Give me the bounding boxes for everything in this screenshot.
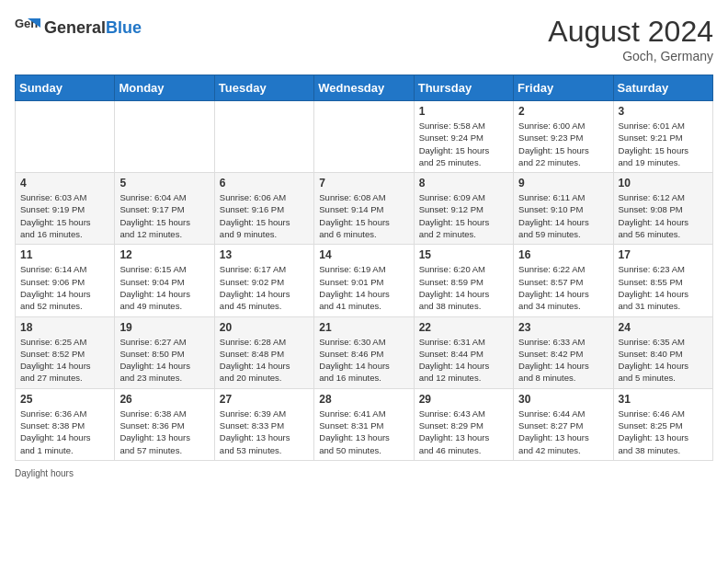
day-number: 15 bbox=[419, 248, 508, 261]
calendar-cell: 18Sunrise: 6:25 AM Sunset: 8:52 PM Dayli… bbox=[16, 316, 115, 388]
day-header-friday: Friday bbox=[514, 75, 613, 101]
day-info: Sunrise: 6:09 AM Sunset: 9:12 PM Dayligh… bbox=[419, 191, 508, 240]
calendar-table: SundayMondayTuesdayWednesdayThursdayFrid… bbox=[15, 75, 713, 461]
calendar-cell: 28Sunrise: 6:41 AM Sunset: 8:31 PM Dayli… bbox=[314, 388, 414, 460]
day-number: 31 bbox=[619, 393, 708, 406]
page-header: Gen GeneralBlue August 2024 Goch, German… bbox=[15, 15, 713, 63]
calendar-cell: 26Sunrise: 6:38 AM Sunset: 8:36 PM Dayli… bbox=[115, 388, 214, 460]
calendar-cell: 11Sunrise: 6:14 AM Sunset: 9:06 PM Dayli… bbox=[16, 245, 115, 316]
calendar-cell: 10Sunrise: 6:12 AM Sunset: 9:08 PM Dayli… bbox=[613, 173, 712, 245]
calendar-cell: 27Sunrise: 6:39 AM Sunset: 8:33 PM Dayli… bbox=[214, 388, 313, 460]
day-number: 16 bbox=[518, 248, 608, 261]
logo-blue: Blue bbox=[106, 18, 142, 37]
calendar-cell: 3Sunrise: 6:01 AM Sunset: 9:21 PM Daylig… bbox=[613, 101, 712, 173]
calendar-cell: 23Sunrise: 6:33 AM Sunset: 8:42 PM Dayli… bbox=[514, 316, 613, 388]
day-info: Sunrise: 6:12 AM Sunset: 9:08 PM Dayligh… bbox=[619, 191, 708, 240]
logo: Gen GeneralBlue bbox=[15, 15, 142, 40]
day-number: 30 bbox=[518, 393, 608, 406]
calendar-cell: 7Sunrise: 6:08 AM Sunset: 9:14 PM Daylig… bbox=[314, 173, 414, 245]
day-number: 29 bbox=[419, 393, 508, 406]
day-info: Sunrise: 6:03 AM Sunset: 9:19 PM Dayligh… bbox=[20, 191, 109, 240]
day-number: 8 bbox=[419, 177, 508, 190]
day-info: Sunrise: 6:27 AM Sunset: 8:50 PM Dayligh… bbox=[119, 336, 209, 385]
day-info: Sunrise: 6:23 AM Sunset: 8:55 PM Dayligh… bbox=[619, 263, 708, 312]
daylight-label: Daylight hours bbox=[15, 468, 74, 478]
day-info: Sunrise: 6:00 AM Sunset: 9:23 PM Dayligh… bbox=[518, 120, 608, 168]
calendar-cell: 22Sunrise: 6:31 AM Sunset: 8:44 PM Dayli… bbox=[414, 316, 513, 388]
day-info: Sunrise: 6:35 AM Sunset: 8:40 PM Dayligh… bbox=[619, 336, 708, 385]
calendar-cell: 13Sunrise: 6:17 AM Sunset: 9:02 PM Dayli… bbox=[214, 245, 313, 316]
logo-icon: Gen bbox=[15, 15, 40, 40]
calendar-week-row: 25Sunrise: 6:36 AM Sunset: 8:38 PM Dayli… bbox=[16, 388, 713, 460]
day-number: 5 bbox=[119, 177, 209, 190]
calendar-cell: 24Sunrise: 6:35 AM Sunset: 8:40 PM Dayli… bbox=[613, 316, 712, 388]
day-header-wednesday: Wednesday bbox=[314, 75, 414, 101]
day-number: 12 bbox=[119, 248, 209, 261]
day-number: 7 bbox=[319, 177, 408, 190]
calendar-cell: 14Sunrise: 6:19 AM Sunset: 9:01 PM Dayli… bbox=[314, 245, 414, 316]
day-header-saturday: Saturday bbox=[613, 75, 712, 101]
day-header-thursday: Thursday bbox=[414, 75, 513, 101]
day-info: Sunrise: 6:11 AM Sunset: 9:10 PM Dayligh… bbox=[518, 191, 608, 240]
day-info: Sunrise: 6:01 AM Sunset: 9:21 PM Dayligh… bbox=[619, 120, 708, 168]
day-info: Sunrise: 6:06 AM Sunset: 9:16 PM Dayligh… bbox=[220, 191, 309, 240]
calendar-cell: 19Sunrise: 6:27 AM Sunset: 8:50 PM Dayli… bbox=[115, 316, 214, 388]
footer: Daylight hours bbox=[15, 468, 713, 478]
day-info: Sunrise: 6:15 AM Sunset: 9:04 PM Dayligh… bbox=[119, 263, 209, 312]
day-info: Sunrise: 6:36 AM Sunset: 8:38 PM Dayligh… bbox=[20, 408, 109, 456]
day-number: 25 bbox=[20, 393, 109, 406]
day-number: 22 bbox=[419, 321, 508, 334]
calendar-cell: 6Sunrise: 6:06 AM Sunset: 9:16 PM Daylig… bbox=[214, 173, 313, 245]
day-info: Sunrise: 6:30 AM Sunset: 8:46 PM Dayligh… bbox=[319, 336, 408, 385]
day-number: 14 bbox=[319, 248, 408, 261]
day-info: Sunrise: 6:39 AM Sunset: 8:33 PM Dayligh… bbox=[220, 408, 309, 456]
day-info: Sunrise: 6:43 AM Sunset: 8:29 PM Dayligh… bbox=[419, 408, 508, 456]
day-info: Sunrise: 6:33 AM Sunset: 8:42 PM Dayligh… bbox=[518, 336, 608, 385]
calendar-header-row: SundayMondayTuesdayWednesdayThursdayFrid… bbox=[16, 75, 713, 101]
day-info: Sunrise: 6:04 AM Sunset: 9:17 PM Dayligh… bbox=[119, 191, 209, 240]
day-info: Sunrise: 6:19 AM Sunset: 9:01 PM Dayligh… bbox=[319, 263, 408, 312]
day-number: 1 bbox=[419, 105, 508, 118]
day-number: 4 bbox=[20, 177, 109, 190]
calendar-cell: 25Sunrise: 6:36 AM Sunset: 8:38 PM Dayli… bbox=[16, 388, 115, 460]
day-header-tuesday: Tuesday bbox=[214, 75, 313, 101]
calendar-cell: 8Sunrise: 6:09 AM Sunset: 9:12 PM Daylig… bbox=[414, 173, 513, 245]
location: Goch, Germany bbox=[548, 49, 713, 63]
day-info: Sunrise: 6:14 AM Sunset: 9:06 PM Dayligh… bbox=[20, 263, 109, 312]
day-number: 10 bbox=[619, 177, 708, 190]
day-info: Sunrise: 6:44 AM Sunset: 8:27 PM Dayligh… bbox=[518, 408, 608, 456]
day-header-sunday: Sunday bbox=[16, 75, 115, 101]
day-info: Sunrise: 6:46 AM Sunset: 8:25 PM Dayligh… bbox=[619, 408, 708, 456]
day-number: 2 bbox=[518, 105, 608, 118]
day-info: Sunrise: 6:41 AM Sunset: 8:31 PM Dayligh… bbox=[319, 408, 408, 456]
day-info: Sunrise: 6:20 AM Sunset: 8:59 PM Dayligh… bbox=[419, 263, 508, 312]
calendar-cell: 17Sunrise: 6:23 AM Sunset: 8:55 PM Dayli… bbox=[613, 245, 712, 316]
calendar-cell: 29Sunrise: 6:43 AM Sunset: 8:29 PM Dayli… bbox=[414, 388, 513, 460]
day-number: 18 bbox=[20, 321, 109, 334]
calendar-cell: 21Sunrise: 6:30 AM Sunset: 8:46 PM Dayli… bbox=[314, 316, 414, 388]
day-info: Sunrise: 5:58 AM Sunset: 9:24 PM Dayligh… bbox=[419, 120, 508, 168]
calendar-week-row: 11Sunrise: 6:14 AM Sunset: 9:06 PM Dayli… bbox=[16, 245, 713, 316]
calendar-cell: 4Sunrise: 6:03 AM Sunset: 9:19 PM Daylig… bbox=[16, 173, 115, 245]
day-number: 23 bbox=[518, 321, 608, 334]
day-number: 20 bbox=[220, 321, 309, 334]
calendar-cell: 5Sunrise: 6:04 AM Sunset: 9:17 PM Daylig… bbox=[115, 173, 214, 245]
day-number: 26 bbox=[119, 393, 209, 406]
title-block: August 2024 Goch, Germany bbox=[548, 15, 713, 63]
calendar-cell: 1Sunrise: 5:58 AM Sunset: 9:24 PM Daylig… bbox=[414, 101, 513, 173]
day-number: 27 bbox=[220, 393, 309, 406]
calendar-cell: 15Sunrise: 6:20 AM Sunset: 8:59 PM Dayli… bbox=[414, 245, 513, 316]
day-info: Sunrise: 6:08 AM Sunset: 9:14 PM Dayligh… bbox=[319, 191, 408, 240]
day-number: 24 bbox=[619, 321, 708, 334]
day-header-monday: Monday bbox=[115, 75, 214, 101]
day-info: Sunrise: 6:38 AM Sunset: 8:36 PM Dayligh… bbox=[119, 408, 209, 456]
day-info: Sunrise: 6:25 AM Sunset: 8:52 PM Dayligh… bbox=[20, 336, 109, 385]
day-info: Sunrise: 6:31 AM Sunset: 8:44 PM Dayligh… bbox=[419, 336, 508, 385]
day-number: 9 bbox=[518, 177, 608, 190]
day-info: Sunrise: 6:17 AM Sunset: 9:02 PM Dayligh… bbox=[220, 263, 309, 312]
day-info: Sunrise: 6:22 AM Sunset: 8:57 PM Dayligh… bbox=[518, 263, 608, 312]
month-year: August 2024 bbox=[548, 15, 713, 49]
calendar-week-row: 4Sunrise: 6:03 AM Sunset: 9:19 PM Daylig… bbox=[16, 173, 713, 245]
calendar-cell bbox=[16, 101, 115, 173]
calendar-cell: 2Sunrise: 6:00 AM Sunset: 9:23 PM Daylig… bbox=[514, 101, 613, 173]
